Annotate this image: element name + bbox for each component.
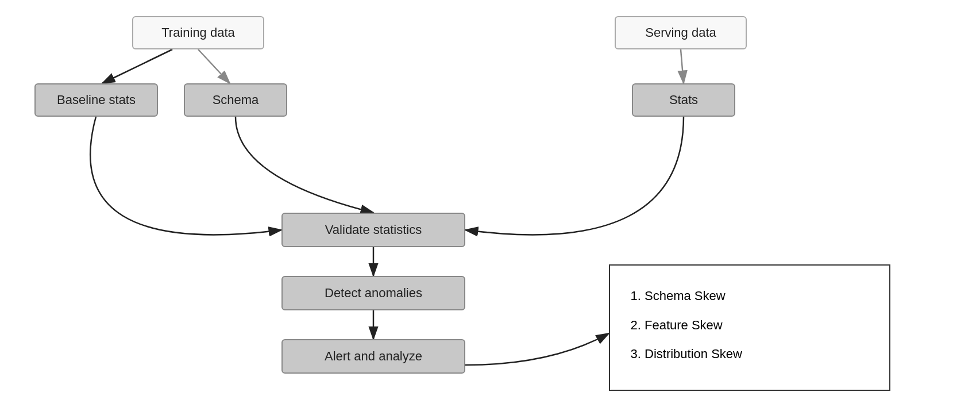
training-data-label: Training data [161,25,235,40]
alert-analyze-node: Alert and analyze [281,339,465,374]
detect-anomalies-label: Detect anomalies [325,286,422,301]
legend-item-3: Distribution Skew [645,340,866,369]
svg-line-3 [102,49,172,83]
baseline-stats-label: Baseline stats [57,93,136,107]
stats-label: Stats [669,93,698,107]
validate-statistics-label: Validate statistics [325,222,422,237]
serving-data-node: Serving data [615,16,747,49]
training-data-node: Training data [132,16,264,49]
svg-line-5 [681,49,684,83]
schema-label: Schema [213,93,259,107]
svg-line-4 [198,49,230,83]
validate-statistics-node: Validate statistics [281,213,465,247]
baseline-stats-node: Baseline stats [34,83,158,117]
diagram-container: Training data Baseline stats Schema Serv… [0,0,980,415]
stats-node: Stats [632,83,735,117]
detect-anomalies-node: Detect anomalies [281,276,465,310]
serving-data-label: Serving data [645,25,716,40]
schema-node: Schema [184,83,287,117]
legend-item-1: Schema Skew [645,282,866,311]
legend-item-2: Feature Skew [645,311,866,340]
legend-box: Schema Skew Feature Skew Distribution Sk… [609,264,890,391]
legend-list: Schema Skew Feature Skew Distribution Sk… [627,282,866,369]
alert-analyze-label: Alert and analyze [325,349,422,364]
